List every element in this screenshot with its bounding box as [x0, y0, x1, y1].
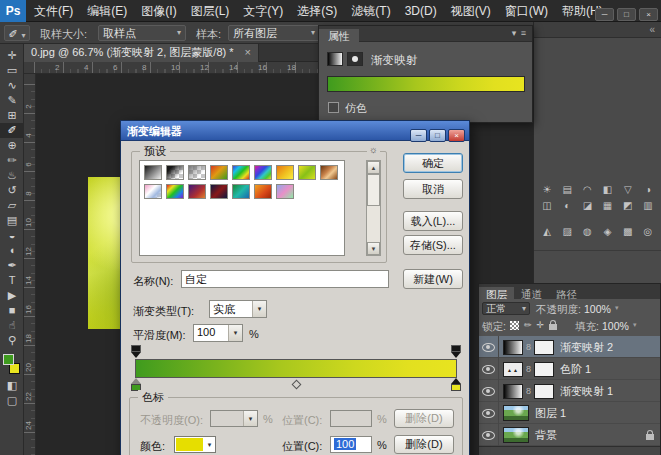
smoothness-input[interactable]: 100 ▾: [193, 324, 243, 342]
quick-mask-mode[interactable]: ◧: [0, 378, 24, 393]
tab-properties[interactable]: 属性: [319, 29, 359, 45]
exposure-icon[interactable]: ◧: [599, 182, 617, 198]
dialog-maximize-button[interactable]: □: [429, 129, 446, 142]
scrollbar-thumb[interactable]: [367, 174, 380, 206]
healing-brush-tool[interactable]: ⊕: [0, 138, 24, 153]
brightness-contrast-icon[interactable]: ☀: [538, 182, 556, 198]
posterize-icon[interactable]: ▥: [639, 198, 657, 214]
preset-black-white[interactable]: [144, 165, 162, 180]
preset-violet-orange[interactable]: [188, 184, 206, 199]
lasso-tool[interactable]: ∿: [0, 78, 24, 93]
dodge-tool[interactable]: ◖: [0, 243, 24, 258]
selective-color-icon[interactable]: ◍: [578, 224, 596, 240]
preset-bright-spectrum[interactable]: [166, 184, 184, 199]
minimize-button[interactable]: ─: [595, 8, 614, 21]
preset-chrome[interactable]: [144, 184, 162, 199]
visibility-toggle[interactable]: [479, 424, 499, 446]
sample-size-dropdown[interactable]: 取样点 ▾: [98, 25, 186, 41]
menu-item-7[interactable]: 3D(D): [398, 0, 444, 22]
levels-thumbnail[interactable]: ▲▲: [503, 362, 523, 377]
menu-item-2[interactable]: 图像(I): [134, 0, 183, 22]
gradient-preview-bar[interactable]: [135, 359, 457, 378]
lock-position-icon[interactable]: ✛: [537, 320, 545, 330]
menu-item-3[interactable]: 图层(L): [184, 0, 237, 22]
document-tab[interactable]: 0.jpg @ 66.7% (渐变映射 2, 图层蒙版/8) * ×: [24, 44, 259, 62]
preset-orange-yellow[interactable]: [276, 165, 294, 180]
hand-tool[interactable]: ☝: [0, 318, 24, 333]
color-location-input[interactable]: 100: [330, 436, 372, 453]
menu-item-8[interactable]: 视图(V): [444, 0, 498, 22]
preset-green-cyan[interactable]: [232, 184, 250, 199]
eraser-tool[interactable]: ▱: [0, 198, 24, 213]
gradient-map-icon[interactable]: ▨: [558, 224, 576, 240]
presets-scrollbar[interactable]: ▲ ▼: [366, 160, 381, 256]
menu-item-5[interactable]: 选择(S): [290, 0, 344, 22]
eyedropper-tool[interactable]: ✐: [0, 123, 24, 138]
preset-copper[interactable]: [320, 165, 338, 180]
dock-collapse-bar[interactable]: «: [534, 22, 661, 38]
menu-item-0[interactable]: 文件(F): [27, 0, 80, 22]
invert-icon[interactable]: ◩: [619, 198, 637, 214]
preset-spectrum[interactable]: [232, 165, 250, 180]
delete-color-stop-button[interactable]: 删除(D): [394, 435, 454, 454]
curves-icon[interactable]: ◠: [578, 182, 596, 198]
visibility-toggle[interactable]: [479, 380, 499, 402]
clone-stamp-tool[interactable]: ♨: [0, 168, 24, 183]
mask-thumbnail[interactable]: [534, 384, 554, 399]
styles-3-icon[interactable]: ◎: [639, 224, 657, 240]
threshold-icon[interactable]: ◭: [538, 224, 556, 240]
gradient-name-input[interactable]: [181, 270, 389, 288]
quick-selection-tool[interactable]: ✎: [0, 93, 24, 108]
mask-thumbnail[interactable]: [534, 340, 554, 355]
hue-saturation-icon[interactable]: ◑: [639, 182, 657, 198]
gradient-tool[interactable]: ▤: [0, 213, 24, 228]
chevron-down-icon[interactable]: ▾: [615, 304, 619, 312]
tab-close-icon[interactable]: ×: [245, 46, 251, 58]
preset-yellow-green-yellow[interactable]: [298, 165, 316, 180]
lock-all-icon[interactable]: [549, 324, 557, 330]
stop-color-swatch[interactable]: ▾: [174, 436, 216, 453]
photo-filter-icon[interactable]: ◪: [578, 198, 596, 214]
tab-layers[interactable]: 图层: [479, 287, 514, 302]
marquee-tool[interactable]: ▭: [0, 63, 24, 78]
styles-2-icon[interactable]: ▩: [619, 224, 637, 240]
save-button[interactable]: 存储(S)...: [403, 235, 463, 255]
preset-red-green[interactable]: [210, 165, 228, 180]
crop-tool[interactable]: ⊞: [0, 108, 24, 123]
visibility-toggle[interactable]: [479, 336, 499, 358]
foreground-color-swatch[interactable]: [3, 354, 14, 365]
preset-blue-red-blue[interactable]: [210, 184, 228, 199]
layer-row-image[interactable]: 图层 1: [479, 402, 660, 424]
lock-transparency-icon[interactable]: [510, 321, 519, 330]
screen-mode[interactable]: ▢: [0, 393, 24, 408]
gradient-type-dropdown[interactable]: 实底 ▾: [209, 300, 267, 318]
blur-tool[interactable]: ◒: [0, 228, 24, 243]
layer-row-levels[interactable]: ▲▲8色阶 1: [479, 358, 660, 380]
mask-thumbnail[interactable]: [534, 362, 554, 377]
scroll-down-icon[interactable]: ▼: [367, 242, 380, 255]
tab-channels[interactable]: 通道: [514, 287, 549, 302]
layer-thumbnail[interactable]: [503, 405, 529, 421]
path-selection-tool[interactable]: ▶: [0, 288, 24, 303]
tab-paths[interactable]: 路径: [549, 287, 584, 302]
color-balance-icon[interactable]: ◫: [538, 198, 556, 214]
load-button[interactable]: 载入(L)...: [403, 211, 463, 231]
menu-item-1[interactable]: 编辑(E): [80, 0, 134, 22]
styles-1-icon[interactable]: ◈: [599, 224, 617, 240]
channel-mixer-icon[interactable]: ▦: [599, 198, 617, 214]
vibrance-icon[interactable]: ▽: [619, 182, 637, 198]
color-stop-yellow-selected[interactable]: [451, 378, 461, 391]
layer-thumbnail[interactable]: [503, 427, 529, 443]
cancel-button[interactable]: 取消: [403, 179, 463, 199]
collapse-panels-icon[interactable]: «: [649, 24, 655, 35]
scroll-up-icon[interactable]: ▲: [367, 161, 380, 174]
blend-mode-dropdown[interactable]: 正常 ▾: [482, 302, 530, 315]
fill-value[interactable]: 100%: [602, 320, 629, 332]
opacity-stop-left[interactable]: [131, 345, 141, 358]
zoom-tool[interactable]: ⚲: [0, 333, 24, 348]
preset-foreground-to-transparent[interactable]: [166, 165, 184, 180]
ok-button[interactable]: 确定: [403, 153, 463, 173]
visibility-toggle[interactable]: [479, 402, 499, 424]
presets-menu-gear-icon[interactable]: ☼: [367, 144, 380, 155]
dialog-close-button[interactable]: ×: [448, 129, 465, 142]
